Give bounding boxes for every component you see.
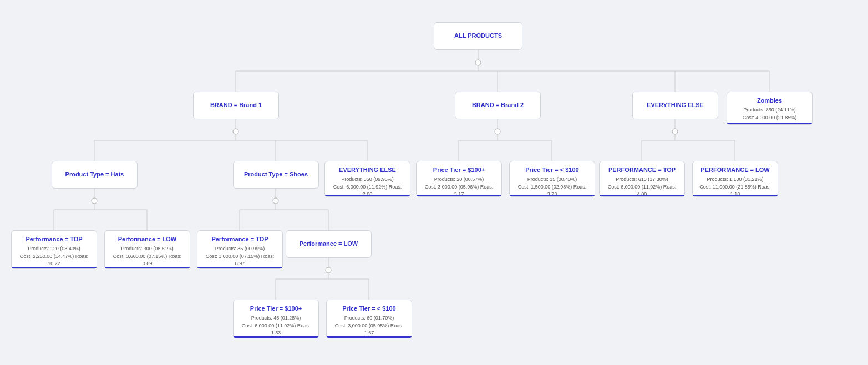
node-zombies-bar	[727, 123, 812, 124]
node-zombies-stats: Products: 850 (24.11%) Cost: 4,000.00 (2…	[733, 107, 806, 121]
tree-container: ALL PRODUCTS BRAND = Brand 1 BRAND = Bra…	[0, 0, 868, 365]
node-perftop-hats-bar	[12, 267, 97, 268]
node-brand2-label: BRAND = Brand 2	[472, 101, 524, 109]
node-perf-top-shoes[interactable]: Performance = TOP Products: 35 (00.99%) …	[197, 230, 283, 269]
svg-point-32	[233, 129, 238, 134]
node-pt100-shoes-label: Price Tier = $100+	[239, 305, 313, 313]
node-perflow-hats-bar	[105, 267, 190, 268]
node-perf-low-brand2[interactable]: PERFORMANCE = LOW Products: 1,100 (31.21…	[692, 161, 778, 197]
node-hats-label: Product Type = Hats	[65, 170, 124, 179]
node-perf-low-hats[interactable]: Performance = LOW Products: 300 (08.51%)…	[104, 230, 190, 269]
node-perf-top-brand2[interactable]: PERFORMANCE = TOP Products: 610 (17.30%)…	[599, 161, 685, 197]
svg-point-36	[495, 129, 500, 134]
node-price-tier-100plus-shoes[interactable]: Price Tier = $100+ Products: 45 (01.28%)…	[233, 300, 319, 338]
node-price-tier-less100-shoes[interactable]: Price Tier = < $100 Products: 60 (01.70%…	[326, 300, 412, 338]
node-product-type-shoes[interactable]: Product Type = Shoes	[233, 161, 319, 189]
node-perftop-shoes-bar	[197, 267, 282, 268]
node-pt100-shoes-bar	[234, 336, 318, 338]
node-perf-top-hats[interactable]: Performance = TOP Products: 120 (03.40%)…	[11, 230, 97, 269]
node-ee2-label: EVERYTHING ELSE	[331, 166, 404, 174]
node-perf-low-shoes[interactable]: Performance = LOW	[286, 230, 372, 258]
node-everything-else-1[interactable]: EVERYTHING ELSE	[632, 92, 718, 119]
svg-point-35	[326, 267, 331, 273]
node-all-products[interactable]: ALL PRODUCTS	[434, 22, 522, 50]
node-perftop-b2-bar	[600, 195, 684, 196]
node-ptless100-shoes-stats: Products: 60 (01.70%) Cost: 3,000.00 (05…	[332, 315, 406, 337]
svg-point-31	[475, 60, 481, 65]
node-ptless100-b2-bar	[510, 195, 595, 196]
svg-point-34	[273, 198, 278, 204]
node-product-type-hats[interactable]: Product Type = Hats	[52, 161, 138, 189]
node-all-products-label: ALL PRODUCTS	[454, 32, 502, 40]
node-shoes-label: Product Type = Shoes	[244, 170, 308, 179]
node-ptless100-shoes-label: Price Tier = < $100	[332, 305, 406, 313]
node-pt100-b2-label: Price Tier = $100+	[422, 166, 496, 174]
node-ee2-bar	[325, 195, 410, 196]
node-ptless100-shoes-bar	[327, 336, 412, 338]
node-brand2[interactable]: BRAND = Brand 2	[455, 92, 541, 119]
svg-point-33	[92, 198, 97, 204]
svg-point-37	[672, 129, 678, 134]
node-perflow-hats-label: Performance = LOW	[110, 235, 184, 244]
node-perflow-shoes-label: Performance = LOW	[300, 240, 358, 248]
node-perftop-shoes-stats: Products: 35 (00.99%) Cost: 3,000.00 (07…	[203, 245, 277, 268]
node-everything-else-1-label: EVERYTHING ELSE	[647, 101, 704, 109]
node-brand1[interactable]: BRAND = Brand 1	[193, 92, 279, 119]
node-ptless100-b2-label: Price Tier = < $100	[515, 166, 589, 174]
node-brand1-label: BRAND = Brand 1	[210, 101, 262, 109]
node-perflow-b2-bar	[693, 195, 778, 196]
node-zombies-label: Zombies	[733, 97, 806, 105]
node-everything-else-2[interactable]: EVERYTHING ELSE Products: 350 (09.95%) C…	[324, 161, 410, 197]
node-perftop-hats-stats: Products: 120 (03.40%) Cost: 2,250.00 (1…	[17, 245, 91, 268]
node-price-tier-less100-brand2[interactable]: Price Tier = < $100 Products: 15 (00.43%…	[509, 161, 595, 197]
node-perflow-hats-stats: Products: 300 (08.51%) Cost: 3,600.00 (0…	[110, 245, 184, 268]
node-perftop-hats-label: Performance = TOP	[17, 235, 91, 244]
node-perftop-b2-label: PERFORMANCE = TOP	[605, 166, 679, 174]
node-perftop-shoes-label: Performance = TOP	[203, 235, 277, 244]
node-pt100-shoes-stats: Products: 45 (01.28%) Cost: 6,000.00 (11…	[239, 315, 313, 337]
node-pt100-b2-bar	[417, 195, 501, 196]
node-price-tier-100plus-brand2[interactable]: Price Tier = $100+ Products: 20 (00.57%)…	[416, 161, 502, 197]
node-zombies[interactable]: Zombies Products: 850 (24.11%) Cost: 4,0…	[727, 92, 813, 125]
node-perflow-b2-label: PERFORMANCE = LOW	[698, 166, 772, 174]
